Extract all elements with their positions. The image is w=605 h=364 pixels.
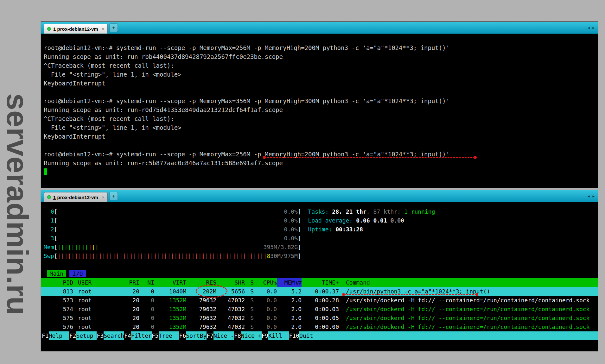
cell-shr: 47032	[216, 305, 245, 314]
cell-s: S	[245, 323, 254, 331]
terminal-line: Running scope as unit: run-rbb4400437d89…	[44, 52, 595, 61]
text-segment: ]	[298, 217, 301, 224]
tab-close-icon[interactable]: ×	[102, 27, 105, 31]
process-row[interactable]: 813root2001040M202M5656S0.05.20:00.37/us…	[41, 287, 598, 296]
column-header-cmd[interactable]: Command	[339, 278, 598, 287]
column-header-shr[interactable]: SHR	[216, 278, 245, 287]
cell-time: 0:00.28	[302, 296, 339, 305]
cell-user: root	[73, 323, 120, 331]
text-segment	[301, 226, 308, 233]
column-header-pid[interactable]: PID	[44, 278, 73, 287]
text-segment: 30M/975M	[270, 253, 298, 259]
new-tab-button[interactable]: +	[109, 23, 118, 32]
htop-tab-main: Main	[47, 270, 66, 277]
cell-time: 0:00.00	[302, 323, 339, 331]
process-row[interactable]: 574root2001352M7963247032S0.02.00:00.03/…	[41, 305, 598, 314]
text-segment: 0.0%	[284, 217, 298, 224]
fkey-action-nice-+[interactable]: Nice +	[241, 331, 262, 340]
column-header-res[interactable]: RES	[186, 278, 216, 287]
fkey-action-filter[interactable]: Filter	[131, 331, 152, 340]
column-header-s[interactable]: S	[245, 278, 254, 287]
fkey-action-search[interactable]: Search	[104, 331, 124, 340]
terminal-prompt-line	[41, 167, 598, 176]
cell-virt: 1352M	[154, 296, 186, 305]
tab-scroll-left-icon[interactable]: ◂	[588, 25, 590, 30]
cell-shr: 47032	[216, 314, 245, 323]
column-header-cpu[interactable]: CPU%	[254, 278, 277, 287]
htop-screen-tabs[interactable]: Main I/O	[41, 269, 598, 278]
column-header-user[interactable]: USER	[73, 278, 120, 287]
process-row[interactable]: 576root2001352M7963247032S0.02.00:00.00/…	[41, 323, 598, 331]
tab-scroll-left-icon[interactable]: ◂	[588, 194, 590, 198]
text-segment: 1	[44, 217, 54, 224]
tab-scroll-right-icon[interactable]: ▸	[592, 194, 595, 198]
terminal-screen[interactable]: root@debian12-vm:~# systemd-run --scope …	[41, 34, 598, 188]
cell-s: S	[245, 314, 254, 323]
text-segment: Uptime:	[308, 226, 336, 233]
terminal-line: Running scope as unit: run-r0d75d41353e8…	[44, 105, 595, 114]
cell-cmd: /usr/sbin/dockerd -H fd:// --containerd=…	[339, 296, 598, 305]
fkey-action-help[interactable]: Help	[49, 331, 69, 340]
cell-ni: 0	[139, 296, 154, 305]
process-row[interactable]: 573root2001352M7963247032S0.02.00:00.28/…	[41, 296, 598, 305]
session-status-icon	[47, 27, 51, 31]
terminal-line: KeyboardInterrupt	[44, 79, 595, 88]
cell-s: S	[245, 305, 254, 314]
cell-cpu: 0.0	[254, 287, 277, 296]
tab-scroll-right-icon[interactable]: ▸	[592, 25, 595, 30]
htop-screen: 0[ 0.0%] Tasks: 28, 21 thr, 87 kthr; 1 r…	[41, 202, 598, 340]
terminal-screen[interactable]: 0[ 0.0%] Tasks: 28, 21 thr, 87 kthr; 1 r…	[41, 202, 598, 351]
fkey-f8: F8	[234, 331, 241, 340]
text-segment: 0.00	[391, 217, 404, 224]
session-status-icon	[47, 195, 51, 199]
cell-user: root	[73, 287, 120, 296]
text-segment: 395M/3.82G	[264, 244, 298, 250]
tab-session[interactable]: 1 prox-debian12-vm ×	[44, 192, 108, 202]
cell-mem: 5.2	[277, 287, 302, 296]
fkey-action-kill[interactable]: Kill	[268, 331, 289, 340]
text-segment	[66, 270, 69, 277]
fkey-action-sortby[interactable]: SortBy	[186, 331, 207, 340]
tab-close-icon[interactable]: ×	[102, 195, 105, 200]
fbar-filler	[320, 331, 598, 340]
cell-virt: 1352M	[154, 305, 186, 314]
cpu-meter-2: 2[ 0.0%] Uptime: 00:33:28	[41, 225, 598, 234]
process-row[interactable]: 575root2001352M7963247032S0.02.00:00.05/…	[41, 314, 598, 323]
text-segment: 3	[44, 235, 54, 242]
column-header-time[interactable]: TIME+	[302, 278, 339, 287]
text-segment: [	[54, 226, 58, 233]
text-segment: [	[54, 217, 58, 224]
terminal-line: ^CTraceback (most recent call last):	[44, 114, 595, 123]
fkey-action-quit[interactable]: Quit	[299, 331, 320, 340]
tab-session[interactable]: 1 prox-debian12-vm ×	[44, 24, 108, 34]
terminal-window-htop: 1 prox-debian12-vm × + ◂ ▸ 0[ 0.0%] Task…	[41, 190, 598, 351]
cpu-meter-0: 0[ 0.0%] Tasks: 28, 21 thr, 87 kthr; 1 r…	[41, 207, 598, 216]
cell-shr: 5656	[216, 287, 245, 296]
terminal-line	[44, 88, 595, 97]
new-tab-button[interactable]: +	[109, 192, 118, 200]
text-segment: 0	[44, 208, 54, 215]
cell-pid: 575	[44, 314, 73, 323]
cell-time: 0:00.05	[302, 314, 339, 323]
column-header-ni[interactable]: NI	[139, 278, 154, 287]
text-segment: ;	[397, 208, 404, 215]
text-segment	[99, 244, 263, 250]
column-header-virt[interactable]: VIRT	[154, 278, 186, 287]
fkey-action-setup[interactable]: Setup	[76, 331, 97, 340]
fkey-action-nice--[interactable]: Nice -	[213, 331, 234, 340]
column-header-mem[interactable]: MEM%▽	[277, 278, 302, 287]
cell-cmd: /usr/sbin/dockerd -H fd:// --containerd=…	[339, 323, 598, 331]
text-segment: |||||||||	[57, 244, 88, 250]
text-segment: ||||||||||||||||||||||||||||||||||||||||…	[57, 253, 267, 259]
cell-virt: 1352M	[154, 314, 186, 323]
cell-time: 0:00.03	[302, 305, 339, 314]
text-segment: 0.0%	[284, 226, 298, 233]
fkey-action-tree[interactable]: Tree	[159, 331, 179, 340]
fkey-f3: F3	[97, 331, 104, 340]
text-segment	[301, 217, 308, 224]
text-segment: 1 running	[404, 208, 435, 215]
terminal-line: File "<string>", line 1, in <module>	[44, 70, 595, 79]
text-segment: ]	[298, 226, 301, 233]
cell-pri: 20	[120, 314, 139, 323]
column-header-pri[interactable]: PRI	[120, 278, 139, 287]
